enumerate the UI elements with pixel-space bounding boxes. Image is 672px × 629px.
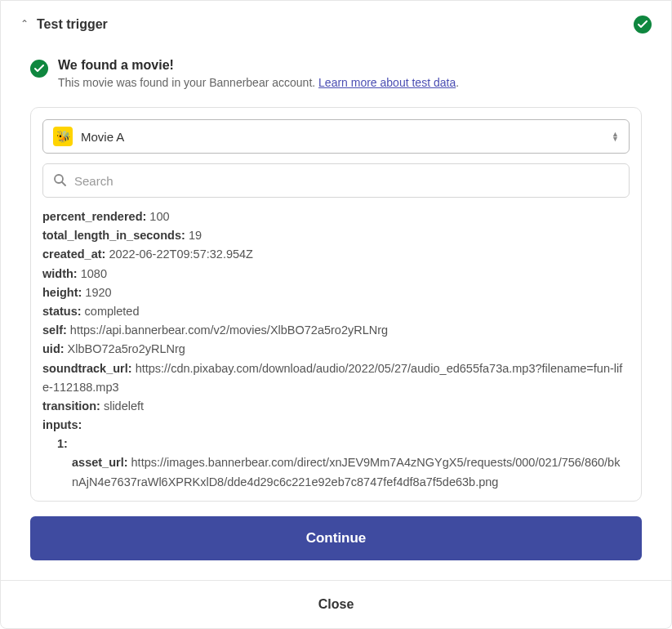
continue-button[interactable]: Continue <box>30 516 642 560</box>
field-self: self: https://api.bannerbear.com/v2/movi… <box>42 321 626 340</box>
test-trigger-panel: ⌃ Test trigger We found a movie! This mo… <box>0 0 672 629</box>
search-input[interactable] <box>74 174 619 188</box>
found-message: We found a movie! This movie was found i… <box>30 58 642 89</box>
found-subtitle: This movie was found in your Bannerbear … <box>58 76 459 89</box>
panel-header: ⌃ Test trigger <box>1 1 671 43</box>
record-select[interactable]: 🐝 Movie A ▲▼ <box>42 119 630 154</box>
chevron-updown-icon: ▲▼ <box>612 132 619 141</box>
search-field-wrapper <box>42 163 630 198</box>
record-select-label: Movie A <box>81 130 603 144</box>
field-transition: transition: slideleft <box>42 397 626 416</box>
collapse-caret-icon[interactable]: ⌃ <box>20 18 29 29</box>
field-percent-rendered: percent_rendered: 100 <box>42 207 626 226</box>
found-title: We found a movie! <box>58 58 459 73</box>
field-inputs: inputs: <box>42 416 626 435</box>
found-success-icon <box>30 60 48 78</box>
svg-line-1 <box>62 182 65 185</box>
panel-title: Test trigger <box>37 17 108 32</box>
header-left: ⌃ Test trigger <box>20 17 108 32</box>
found-text: We found a movie! This movie was found i… <box>58 58 459 89</box>
search-icon <box>53 173 66 189</box>
field-total-length: total_length_in_seconds: 19 <box>42 226 626 245</box>
field-height: height: 1920 <box>42 283 626 302</box>
close-button[interactable]: Close <box>1 580 671 628</box>
field-input-1: 1: <box>42 435 626 453</box>
field-status: status: completed <box>42 302 626 321</box>
status-success-icon <box>634 16 652 33</box>
bannerbear-app-icon: 🐝 <box>53 127 73 146</box>
record-data-viewer[interactable]: percent_rendered: 100 total_length_in_se… <box>42 207 630 489</box>
learn-more-link[interactable]: Learn more about test data <box>318 76 456 89</box>
panel-body: We found a movie! This movie was found i… <box>1 43 671 580</box>
field-width: width: 1080 <box>42 265 626 283</box>
field-created-at: created_at: 2022-06-22T09:57:32.954Z <box>42 245 626 264</box>
field-uid: uid: XlbBO72a5ro2yRLNrg <box>42 340 626 359</box>
field-asset-url: asset_url: https://images.bannerbear.com… <box>42 453 626 489</box>
field-soundtrack-url: soundtrack_url: https://cdn.pixabay.com/… <box>42 359 626 397</box>
found-sub-prefix: This movie was found in your Bannerbear … <box>58 76 318 89</box>
results-panel: 🐝 Movie A ▲▼ percent_rendered: 100 total… <box>30 107 642 502</box>
found-sub-suffix: . <box>456 76 459 89</box>
